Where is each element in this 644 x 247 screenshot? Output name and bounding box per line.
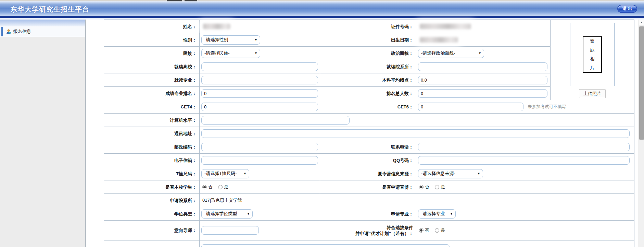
qq-number-input[interactable] (418, 156, 630, 165)
computer-skill-input[interactable] (201, 116, 350, 125)
postal-code-label: 邮政编码： (174, 144, 199, 150)
radio-no-selected[interactable] (202, 185, 207, 189)
apply-direct-phd-radio-group: 否 是 (419, 184, 451, 190)
registration-form-table: 姓名： 证件号码： 性别： -请选择性别- ▼ 出生日期： 民族： -请选择民族… (104, 20, 634, 247)
table-row: 是否本校学生： 否 是 是否申请直博： 否 是 (104, 180, 634, 194)
browser-artifact-tab (167, 0, 182, 1)
radio-yes[interactable] (218, 185, 223, 189)
cet-note: 未参加考试可不填写 (528, 104, 566, 110)
radio-yes-label: 是 (224, 184, 228, 190)
info-source-select[interactable]: -请选择信息来源- ▼ (418, 169, 483, 178)
current-major-label: 就读专业： (174, 77, 199, 83)
table-row: 邮政编码： 联系电话： (104, 140, 634, 154)
id-number-label: 证件号码： (391, 24, 416, 30)
dropdown-arrow-icon: ▼ (254, 38, 257, 42)
info-source-label: 夏令营信息来源： (378, 171, 416, 177)
applying-major-select[interactable]: -请选择专业- ▼ (418, 209, 456, 219)
total-students-label: 排名总人数： (387, 91, 416, 96)
sidebar-item-label: 报名信息 (13, 28, 31, 35)
photo-cell: 暂 缺 相 片 上传照片 (550, 20, 634, 100)
logout-button[interactable]: 退出 (617, 5, 637, 13)
total-students-input[interactable] (418, 89, 547, 98)
applying-department-label: 申请院系所： (170, 198, 199, 203)
photo-placeholder-char: 相 (590, 56, 595, 62)
dropdown-arrow-icon: ▼ (478, 51, 481, 55)
scrollbar-thumb[interactable] (639, 26, 644, 140)
phone-input[interactable] (418, 143, 630, 151)
gpa-input[interactable] (418, 76, 547, 84)
political-status-select[interactable]: -请选择政治面貌- ▼ (418, 49, 484, 58)
dropdown-arrow-icon: ▼ (254, 51, 257, 55)
user-icon (6, 29, 11, 34)
photo-placeholder-char: 缺 (590, 47, 595, 53)
table-row: 学位类型： -请选择学位类型- ▼ 申请专业： -请选择专业- ▼ (104, 207, 634, 221)
gpa-label: 本科平均绩点： (382, 77, 416, 83)
cet4-label: CET4： (181, 104, 199, 110)
email-input[interactable] (201, 156, 318, 165)
photo-placeholder-char: 暂 (590, 38, 595, 44)
photo-frame: 暂 缺 相 片 (570, 23, 615, 86)
radio-no-selected[interactable] (419, 228, 424, 233)
ethnicity-select[interactable]: -请选择民族- ▼ (201, 49, 260, 58)
email-label: 电子信箱： (174, 157, 199, 163)
postal-code-input[interactable] (201, 143, 318, 151)
major-rank-label: 成绩专业排名： (165, 91, 199, 96)
sidebar: 报名信息 (0, 20, 86, 247)
youcai-plan-radio-group: 否 是 (419, 227, 451, 234)
dropdown-arrow-icon: ▼ (477, 172, 480, 175)
tshirt-size-select[interactable]: -请选择T恤尺码- ▼ (201, 169, 249, 178)
youcai-plan-label-line2: 并申请“优才计划”（若有）： (355, 231, 413, 236)
current-university-input[interactable] (201, 62, 318, 71)
cet6-input[interactable] (418, 103, 523, 111)
major-rank-input[interactable] (201, 89, 318, 98)
youcai-plan-label: 符合选拔条件 并申请“优才计划”（若有）： (355, 225, 416, 236)
degree-type-label: 学位类型： (174, 211, 199, 217)
dropdown-arrow-icon: ▼ (450, 212, 453, 215)
is-current-student-radio-group: 否 是 (202, 184, 234, 190)
cet4-input[interactable] (201, 103, 318, 111)
current-department-input[interactable] (418, 62, 547, 71)
is-current-student-label: 是否本校学生： (165, 184, 199, 190)
apply-direct-phd-label: 是否申请直博： (382, 184, 416, 190)
applying-major-select-value: -请选择专业- (421, 211, 446, 217)
page-title: 东华大学研究生招生平台 (10, 5, 89, 14)
political-status-label: 政治面貌： (391, 50, 416, 56)
degree-type-select[interactable]: -请选择学位类型- ▼ (201, 209, 253, 219)
gender-select[interactable]: -请选择性别- ▼ (201, 35, 260, 45)
table-row: CET4： CET6： 未参加考试可不填写 (104, 100, 634, 114)
photo-placeholder-char: 片 (590, 65, 595, 71)
info-source-select-value: -请选择信息来源- (421, 170, 455, 177)
upload-photo-button[interactable]: 上传照片 (579, 89, 606, 98)
vertical-scrollbar[interactable]: ▲ (639, 20, 644, 247)
table-row: 电子信箱： QQ号码： (104, 154, 634, 167)
table-row: 申请院系所： 017|马克思主义学院 (104, 194, 634, 207)
radio-yes[interactable] (435, 228, 439, 233)
table-row: T恤尺码： -请选择T恤尺码- ▼ 夏令营信息来源： -请选择信息来源- ▼ (104, 167, 634, 180)
photo-placeholder: 暂 缺 相 片 (583, 36, 602, 73)
main-content: 姓名： 证件号码： 性别： -请选择性别- ▼ 出生日期： 民族： -请选择民族… (86, 20, 639, 247)
sidebar-item-registration-info[interactable]: 报名信息 (0, 26, 85, 37)
mailing-address-input[interactable] (201, 129, 630, 138)
political-status-select-value: -请选择政治面貌- (421, 50, 455, 56)
current-major-input[interactable] (201, 76, 318, 84)
next-field-partial-input[interactable] (201, 244, 450, 247)
intended-advisor-input[interactable] (201, 226, 259, 235)
name-redacted-value (203, 24, 230, 29)
ethnicity-select-value: -请选择民族- (204, 50, 230, 56)
browser-artifact-strip (0, 0, 644, 1)
table-row-partial (104, 240, 634, 247)
radio-no-label: 否 (425, 184, 429, 190)
radio-no-selected[interactable] (419, 185, 424, 189)
ethnicity-label: 民族： (183, 50, 199, 56)
browser-artifact-tab (185, 0, 197, 1)
id-number-redacted-value (420, 24, 471, 29)
cet6-label: CET6： (397, 104, 416, 110)
radio-yes[interactable] (435, 185, 439, 189)
scroll-up-arrow-icon[interactable]: ▲ (639, 20, 644, 25)
intended-advisor-label: 意向导师： (174, 227, 199, 233)
computer-skill-label: 计算机水平： (170, 117, 199, 123)
gender-select-value: -请选择性别- (204, 37, 230, 43)
table-row: 通讯地址： (104, 127, 634, 140)
dropdown-arrow-icon: ▼ (243, 172, 247, 175)
applying-department-value: 017|马克思主义学院 (202, 197, 242, 203)
